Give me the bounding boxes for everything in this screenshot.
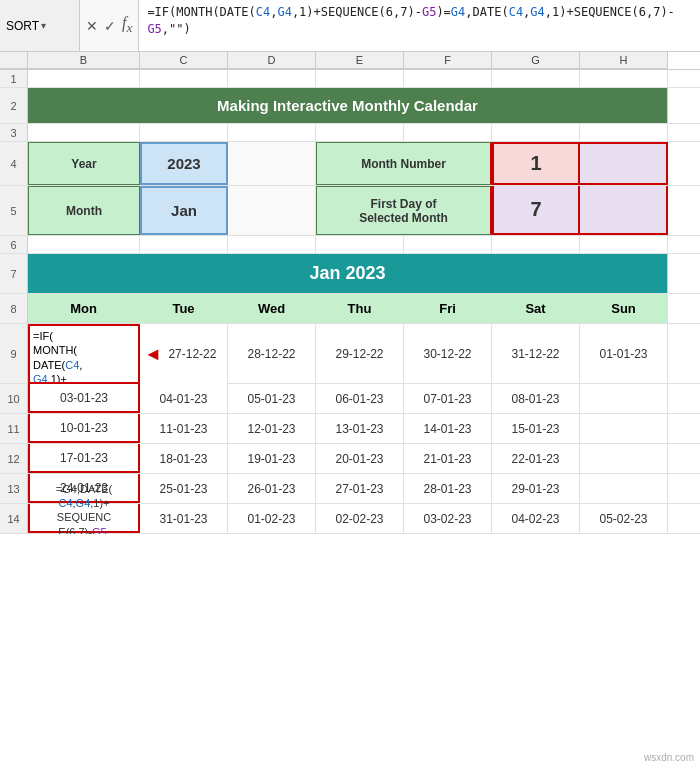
cell-h5[interactable] — [580, 186, 668, 235]
row-10: 10 03-01-23 04-01-23 05-01-23 06-01-23 0… — [0, 384, 700, 414]
spreadsheet: B C D E F G H 1 2 Making Interactive Mon… — [0, 52, 700, 534]
cell-g1[interactable] — [492, 70, 580, 87]
cell-d14[interactable]: 01-02-23 — [228, 504, 316, 533]
cell-b11[interactable]: 10-01-23 — [28, 414, 140, 443]
cell-e10[interactable]: 06-01-23 — [316, 384, 404, 413]
month-number-value[interactable]: 1 — [492, 142, 580, 185]
cell-d3[interactable] — [228, 124, 316, 141]
cell-b3[interactable] — [28, 124, 140, 141]
cell-c10[interactable]: 04-01-23 — [140, 384, 228, 413]
cell-h9[interactable]: 01-01-23 — [580, 324, 668, 383]
cell-c12[interactable]: 18-01-23 — [140, 444, 228, 473]
cell-f13[interactable]: 28-01-23 — [404, 474, 492, 503]
cell-g10[interactable]: 08-01-23 — [492, 384, 580, 413]
cell-h13[interactable] — [580, 474, 668, 503]
cell-c14[interactable]: 31-01-23 — [140, 504, 228, 533]
cell-c1[interactable] — [140, 70, 228, 87]
cell-d4[interactable] — [228, 142, 316, 185]
cell-f12[interactable]: 21-01-23 — [404, 444, 492, 473]
formula-bar: SORT ▾ ✕ ✓ fx =IF(MONTH(DATE(C4,G4,1)+SE… — [0, 0, 700, 52]
cell-e6[interactable] — [316, 236, 404, 253]
cell-h12[interactable] — [580, 444, 668, 473]
col-header-f[interactable]: F — [404, 52, 492, 69]
cell-e13[interactable]: 27-01-23 — [316, 474, 404, 503]
cell-b12[interactable]: 17-01-23 — [28, 444, 140, 473]
row-7: 7 Jan 2023 — [0, 254, 700, 294]
cell-f6[interactable] — [404, 236, 492, 253]
cell-d5[interactable] — [228, 186, 316, 235]
cell-d10[interactable]: 05-01-23 — [228, 384, 316, 413]
cell-g9[interactable]: 31-12-22 — [492, 324, 580, 383]
cell-b6[interactable] — [28, 236, 140, 253]
row-5: 5 Month Jan First Day of Selected Month … — [0, 186, 700, 236]
cell-h11[interactable] — [580, 414, 668, 443]
cell-e1[interactable] — [316, 70, 404, 87]
first-day-value[interactable]: 7 — [492, 186, 580, 235]
row-num-2: 2 — [0, 88, 28, 123]
cell-e3[interactable] — [316, 124, 404, 141]
cell-h3[interactable] — [580, 124, 668, 141]
cell-b14-formula-end[interactable]: =G4,DATE( C4,G4,1)+ SEQUENC E(6,7)-G5, "… — [28, 504, 140, 533]
name-box-dropdown-icon[interactable]: ▾ — [41, 20, 46, 31]
cell-f9[interactable]: 30-12-22 — [404, 324, 492, 383]
cell-e12[interactable]: 20-01-23 — [316, 444, 404, 473]
cell-g12[interactable]: 22-01-23 — [492, 444, 580, 473]
col-header-c[interactable]: C — [140, 52, 228, 69]
formula-display-cell[interactable]: =IF( MONTH( DATE(C4, G4,1)+ SEQUENC E(6,… — [28, 324, 140, 384]
cell-e11[interactable]: 13-01-23 — [316, 414, 404, 443]
month-value[interactable]: Jan — [140, 186, 228, 235]
cell-c3[interactable] — [140, 124, 228, 141]
cell-g14[interactable]: 04-02-23 — [492, 504, 580, 533]
cell-d11[interactable]: 12-01-23 — [228, 414, 316, 443]
cell-f1[interactable] — [404, 70, 492, 87]
year-value[interactable]: 2023 — [140, 142, 228, 185]
cell-f14[interactable]: 03-02-23 — [404, 504, 492, 533]
cell-d12[interactable]: 19-01-23 — [228, 444, 316, 473]
cell-b1[interactable] — [28, 70, 140, 87]
row-num-14: 14 — [0, 504, 28, 533]
col-header-d[interactable]: D — [228, 52, 316, 69]
name-box[interactable]: SORT ▾ — [0, 0, 80, 51]
day-sun: Sun — [580, 294, 668, 323]
cell-d9[interactable]: 28-12-22 — [228, 324, 316, 383]
cell-h14[interactable]: 05-02-23 — [580, 504, 668, 533]
cell-c11[interactable]: 11-01-23 — [140, 414, 228, 443]
cell-c13[interactable]: 25-01-23 — [140, 474, 228, 503]
cell-h1[interactable] — [580, 70, 668, 87]
row-num-13: 13 — [0, 474, 28, 503]
name-box-value: SORT — [6, 19, 39, 33]
row-14: 14 =G4,DATE( C4,G4,1)+ SEQUENC E(6,7)-G5… — [0, 504, 700, 534]
cell-f11[interactable]: 14-01-23 — [404, 414, 492, 443]
insert-function-icon[interactable]: fx — [122, 14, 132, 36]
formula-text: =IF(MONTH(DATE(C4,G4,1)+SEQUENCE(6,7)-G5… — [147, 4, 692, 39]
col-header-g[interactable]: G — [492, 52, 580, 69]
cell-c6[interactable] — [140, 236, 228, 253]
cell-g13[interactable]: 29-01-23 — [492, 474, 580, 503]
confirm-icon[interactable]: ✓ — [104, 18, 116, 34]
row-num-7: 7 — [0, 254, 28, 293]
col-header-b[interactable]: B — [28, 52, 140, 69]
cancel-icon[interactable]: ✕ — [86, 18, 98, 34]
cell-e14[interactable]: 02-02-23 — [316, 504, 404, 533]
formula-input[interactable]: =IF(MONTH(DATE(C4,G4,1)+SEQUENCE(6,7)-G5… — [139, 0, 700, 51]
cell-b10[interactable]: 03-01-23 — [28, 384, 140, 413]
row-3: 3 — [0, 124, 700, 142]
formula-display-text: =IF( MONTH( DATE(C4, G4,1)+ SEQUENC E(6,… — [33, 329, 87, 384]
cell-g6[interactable] — [492, 236, 580, 253]
cell-h6[interactable] — [580, 236, 668, 253]
cell-c9-date[interactable]: 27-12-22 — [162, 347, 223, 361]
col-header-h[interactable]: H — [580, 52, 668, 69]
row-num-3: 3 — [0, 124, 28, 141]
cell-h4[interactable] — [580, 142, 668, 185]
row-6: 6 — [0, 236, 700, 254]
cell-h10[interactable] — [580, 384, 668, 413]
cell-d13[interactable]: 26-01-23 — [228, 474, 316, 503]
cell-g11[interactable]: 15-01-23 — [492, 414, 580, 443]
cell-d6[interactable] — [228, 236, 316, 253]
cell-f10[interactable]: 07-01-23 — [404, 384, 492, 413]
cell-e9[interactable]: 29-12-22 — [316, 324, 404, 383]
cell-d1[interactable] — [228, 70, 316, 87]
cell-f3[interactable] — [404, 124, 492, 141]
col-header-e[interactable]: E — [316, 52, 404, 69]
cell-g3[interactable] — [492, 124, 580, 141]
